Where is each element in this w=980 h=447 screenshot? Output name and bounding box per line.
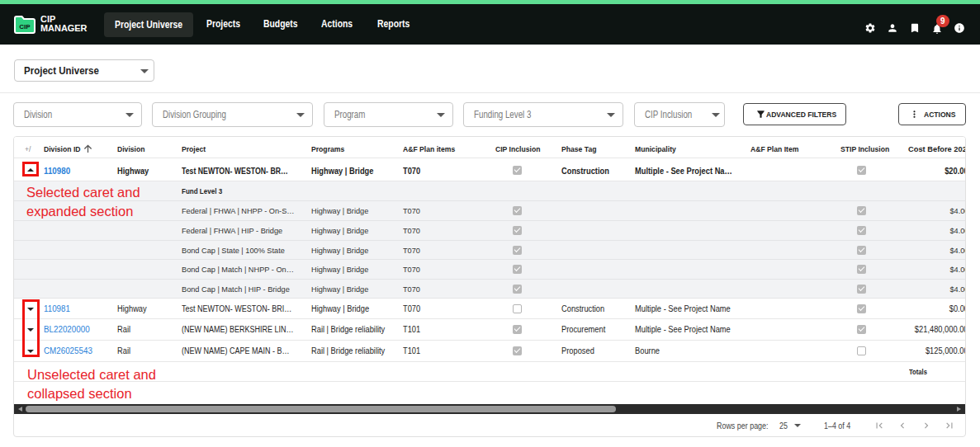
svg-text:CIP: CIP bbox=[19, 22, 31, 30]
